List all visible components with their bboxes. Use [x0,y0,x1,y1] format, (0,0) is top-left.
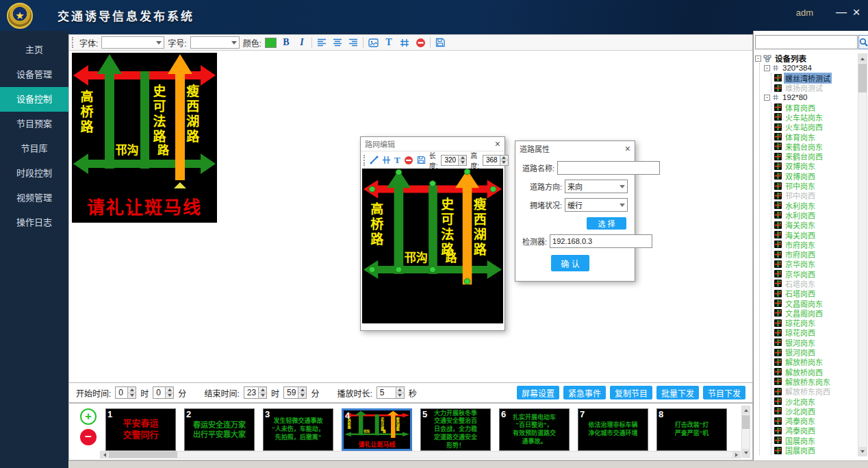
device-item[interactable]: 体育岗东 [774,132,857,141]
confirm-button[interactable]: 确 认 [551,255,589,271]
image-icon[interactable] [367,36,379,49]
sidebar-item-4[interactable]: 节目库 [0,136,68,161]
device-item[interactable]: 文昌阁岗西 [774,308,857,318]
device-item[interactable]: 沙北岗西 [774,406,857,416]
device-item[interactable]: 鸿泰岗东 [774,416,857,426]
program-thumbnail-7[interactable]: 7依法治理非标车辆净化城市交通环境 [578,408,648,451]
sidebar-item-0[interactable]: 主页 [0,38,68,62]
playlist-horizontal-scrollbar[interactable] [100,451,741,458]
align-center-icon[interactable] [331,36,344,49]
close-button[interactable]: × [849,5,864,20]
device-item[interactable]: 海关岗西 [774,230,857,239]
device-item[interactable]: 来鹤台岗东 [774,142,857,151]
device-item[interactable]: 维扬岗测试 [774,83,857,93]
led-screen-preview[interactable]: 高桥路史可法路瘦西湖路邗沟路请礼让斑马线 [72,53,217,223]
device-search-input[interactable] [755,35,858,49]
tree-scrollbar[interactable] [858,53,867,456]
collapse-icon[interactable]: - [764,95,770,101]
device-item[interactable]: 国展岗东 [774,436,857,445]
program-thumbnail-5[interactable]: 5大力开展秋冬季交通安全整治百日会战，全力稳定道路交通安全形势！ [420,408,491,451]
remove-program-button[interactable]: − [80,429,97,445]
device-item[interactable]: 解放桥东岗西 [774,386,857,396]
italic-icon[interactable]: I [296,36,308,49]
device-item[interactable]: 解放桥岗西 [774,367,857,377]
schedule-action-button-4[interactable]: 节目下发 [703,386,745,399]
device-item[interactable]: 石塔岗东 [774,279,857,288]
color-swatch[interactable] [265,38,277,48]
road-node-handle[interactable] [396,169,402,175]
text-tool-icon[interactable]: T [394,154,400,167]
schedule-action-button-3[interactable]: 批量下发 [656,386,699,399]
road-editor-canvas[interactable]: 高桥路史可法路瘦西湖路邗沟路 [362,169,503,323]
device-item[interactable]: 银河岗西 [774,347,857,357]
device-item[interactable]: 琼花岗西 [774,328,857,337]
device-item[interactable]: 火车站岗东 [774,112,857,122]
device-item[interactable]: 水利岗东 [774,200,857,210]
device-item[interactable]: 体育岗西 [774,102,857,112]
device-item[interactable]: 解放桥岗东 [774,357,857,367]
device-item[interactable]: 水利岗西 [774,210,857,220]
road-node-handle[interactable] [396,267,402,272]
device-item[interactable]: 螺丝湾桥测试 [774,73,857,83]
device-item[interactable]: 邗中岗西 [774,190,857,200]
duration-input[interactable]: 5 [376,386,405,399]
device-item[interactable]: 京华岗西 [774,269,857,279]
road-node-handle[interactable] [464,279,470,284]
save-icon[interactable] [434,36,446,49]
scroll-down-icon[interactable] [858,447,867,456]
device-item[interactable]: 市府岗西 [774,249,857,259]
start-hour-input[interactable]: 0 [115,386,136,399]
scroll-right-icon[interactable] [732,452,740,458]
congestion-select[interactable]: 缓行 [565,198,628,212]
align-left-icon[interactable] [316,36,328,49]
align-right-icon[interactable] [347,36,359,49]
stop-icon[interactable] [404,154,413,167]
road-node-handle[interactable] [430,181,436,186]
program-thumbnail-1[interactable]: 1平安春运交警同行 [105,408,176,451]
device-item[interactable]: 双博岗西 [774,171,857,181]
length-input[interactable]: 320 [441,155,467,166]
schedule-action-button-0[interactable]: 屏幕设置 [517,386,559,399]
device-item[interactable]: 银河岗东 [774,338,857,347]
device-item[interactable]: 市府岗东 [774,240,857,249]
device-item[interactable]: 双博岗东 [774,161,857,171]
program-thumbnail-8[interactable]: 8打击改装“灯严查严惩“机 [656,408,727,451]
font-select[interactable] [101,36,164,49]
toolbar-grip[interactable] [363,155,365,166]
scroll-left-icon[interactable] [101,452,108,458]
scroll-up-icon[interactable] [742,406,750,415]
save-icon[interactable] [417,154,426,167]
program-thumbnail-6[interactable]: 6扎实开展电动车“百日整治”，有效预防道路交通事故。 [499,408,570,451]
road-tool-icon[interactable] [382,154,391,167]
collapse-icon[interactable]: - [764,65,770,71]
tree-root[interactable]: -设备列表 [755,53,857,63]
device-item[interactable]: 来鹤台岗西 [774,151,857,161]
device-item[interactable]: 国展岗西 [774,445,857,455]
bold-icon[interactable]: B [280,36,292,49]
end-minute-input[interactable]: 59 [283,386,307,399]
add-program-button[interactable]: + [80,408,97,425]
end-hour-input[interactable]: 23 [244,386,267,399]
road-network-icon[interactable] [398,36,411,49]
device-item[interactable]: 京华岗东 [774,259,857,269]
road-node-handle[interactable] [464,169,470,174]
program-thumbnail-3[interactable]: 3发生轻微交通事故“人未伤，车能动，先拍照，后撤离” [263,408,333,451]
line-tool-icon[interactable] [370,154,379,167]
program-thumbnail-2[interactable]: 2春运安全连万家出行平安靠大家 [184,408,255,451]
sidebar-item-2[interactable]: 设备控制 [0,87,68,112]
schedule-action-button-1[interactable]: 紧急事件 [563,386,606,399]
road-node-handle[interactable] [369,186,375,192]
toolbar-grip[interactable] [72,37,75,48]
road-node-handle[interactable] [369,267,375,272]
device-item[interactable]: 石塔岗西 [774,288,857,298]
road-direction-select[interactable]: 来向 [565,180,628,193]
sidebar-item-6[interactable]: 视频管理 [0,186,68,210]
road-node-handle[interactable] [490,186,496,192]
select-button[interactable]: 选 择 [587,217,626,230]
device-item[interactable]: 文昌阁岗东 [774,298,857,308]
scroll-down-icon[interactable] [742,449,750,457]
start-minute-input[interactable]: 0 [153,386,174,399]
schedule-action-button-2[interactable]: 复制节目 [610,386,652,399]
text-icon[interactable]: T [383,36,395,49]
size-select[interactable] [190,36,240,49]
